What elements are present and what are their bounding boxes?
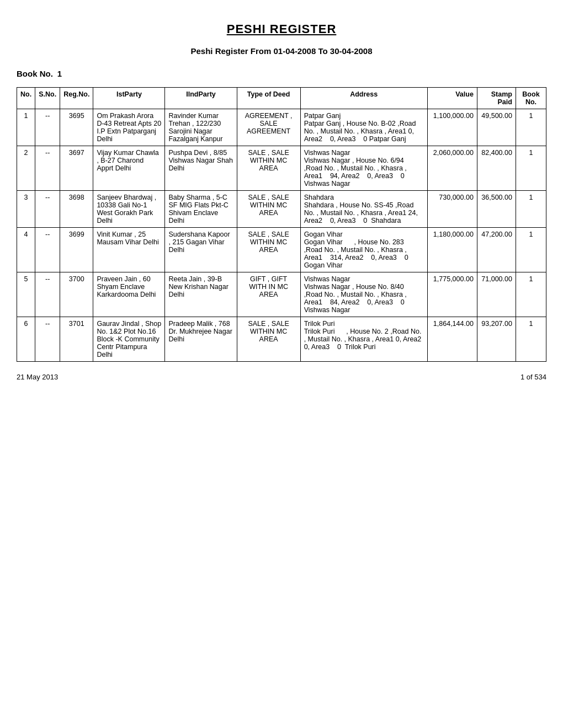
cell-row3-col1: 3 [17,191,35,228]
cell-row4-col1: 4 [17,228,35,272]
header-1st: IstParty [93,88,165,109]
cell-row3-col7: Shahdara Shahdara , House No. SS-45 ,Roa… [300,191,427,228]
cell-row6-col10: 1 [516,317,546,362]
cell-row2-col4: Vijay Kumar Chawla , B-27 Charond Apprt … [93,146,165,191]
cell-row4-col2: -- [35,228,60,272]
cell-row5-col7: Vishwas Nagar Vishwas Nagar , House No. … [300,272,427,317]
cell-row1-col9: 49,500.00 [477,109,516,146]
cell-row1-col3: 3695 [60,109,93,146]
cell-row2-col9: 82,400.00 [477,146,516,191]
table-row: 1--3695Om Prakash Arora D-43 Retreat Apt… [17,109,546,146]
book-no-value: 1 [57,69,62,78]
cell-row1-col2: -- [35,109,60,146]
subtitle: Peshi Register From 01-04-2008 To 30-04-… [17,46,546,56]
cell-row3-col6: SALE , SALE WITHIN MC AREA [237,191,300,228]
cell-row2-col2: -- [35,146,60,191]
book-no-label: Book No. [17,69,53,78]
cell-row6-col8: 1,864,144.00 [427,317,477,362]
header-book: Book No. [516,88,546,109]
header-2nd: IIndParty [165,88,237,109]
table-row: 3--3698Sanjeev Bhardwaj , 10338 Gali No-… [17,191,546,228]
cell-row5-col10: 1 [516,272,546,317]
header-sno: S.No. [35,88,60,109]
table-row: 6--3701Gaurav Jindal , Shop No. 1&2 Plot… [17,317,546,362]
cell-row1-col1: 1 [17,109,35,146]
cell-row3-col9: 36,500.00 [477,191,516,228]
cell-row6-col4: Gaurav Jindal , Shop No. 1&2 Plot No.16 … [93,317,165,362]
cell-row1-col7: Patpar Ganj Patpar Ganj , House No. B-02… [300,109,427,146]
page-title: PESHI REGISTER [17,22,546,36]
cell-row4-col9: 47,200.00 [477,228,516,272]
cell-row6-col5: Pradeep Malik , 768 Dr. Mukhrejee Nagar … [165,317,237,362]
table-row: 4--3699Vinit Kumar , 25 Mausam Vihar Del… [17,228,546,272]
cell-row4-col5: Sudershana Kapoor , 215 Gagan Vihar Delh… [165,228,237,272]
cell-row5-col8: 1,775,000.00 [427,272,477,317]
cell-row1-col10: 1 [516,109,546,146]
cell-row2-col5: Pushpa Devi , 8/85 Vishwas Nagar Shah De… [165,146,237,191]
cell-row6-col1: 6 [17,317,35,362]
table-row: 2--3697Vijay Kumar Chawla , B-27 Charond… [17,146,546,191]
page-info: 1 of 534 [520,373,546,381]
cell-row5-col3: 3700 [60,272,93,317]
table-row: 5--3700Praveen Jain , 60 Shyam Enclave K… [17,272,546,317]
cell-row5-col9: 71,000.00 [477,272,516,317]
header-stamp: Stamp Paid [477,88,516,109]
cell-row3-col3: 3698 [60,191,93,228]
cell-row6-col3: 3701 [60,317,93,362]
cell-row6-col6: SALE , SALE WITHIN MC AREA [237,317,300,362]
cell-row4-col3: 3699 [60,228,93,272]
cell-row5-col2: -- [35,272,60,317]
cell-row2-col3: 3697 [60,146,93,191]
cell-row2-col6: SALE , SALE WITHIN MC AREA [237,146,300,191]
cell-row4-col6: SALE , SALE WITHIN MC AREA [237,228,300,272]
cell-row2-col7: Vishwas Nagar Vishwas Nagar , House No. … [300,146,427,191]
cell-row2-col10: 1 [516,146,546,191]
cell-row6-col9: 93,207.00 [477,317,516,362]
main-table: No. S.No. Reg.No. IstParty IIndParty Typ… [17,87,546,362]
header-type: Type of Deed [237,88,300,109]
cell-row3-col10: 1 [516,191,546,228]
cell-row5-col4: Praveen Jain , 60 Shyam Enclave Karkardo… [93,272,165,317]
cell-row6-col2: -- [35,317,60,362]
header-addr: Address [300,88,427,109]
cell-row2-col1: 2 [17,146,35,191]
cell-row5-col1: 5 [17,272,35,317]
cell-row4-col10: 1 [516,228,546,272]
cell-row2-col8: 2,060,000.00 [427,146,477,191]
cell-row1-col8: 1,100,000.00 [427,109,477,146]
cell-row3-col5: Baby Sharma , 5-C SF MIG Flats Pkt-C Shi… [165,191,237,228]
cell-row6-col7: Trilok Puri Trilok Puri , House No. 2 ,R… [300,317,427,362]
header-value: Value [427,88,477,109]
cell-row5-col5: Reeta Jain , 39-B New Krishan Nagar Delh… [165,272,237,317]
cell-row4-col7: Gogan Vihar Gogan Vihar , House No. 283 … [300,228,427,272]
cell-row4-col8: 1,180,000.00 [427,228,477,272]
header-regno: Reg.No. [60,88,93,109]
cell-row1-col6: AGREEMENT , SALE AGREEMENT [237,109,300,146]
header-no: No. [17,88,35,109]
footer-date: 21 May 2013 [17,373,58,381]
cell-row4-col4: Vinit Kumar , 25 Mausam Vihar Delhi [93,228,165,272]
cell-row1-col5: Ravinder Kumar Trehan , 122/230 Sarojini… [165,109,237,146]
cell-row1-col4: Om Prakash Arora D-43 Retreat Apts 20 I.… [93,109,165,146]
cell-row3-col4: Sanjeev Bhardwaj , 10338 Gali No-1 West … [93,191,165,228]
cell-row5-col6: GIFT , GIFT WITH IN MC AREA [237,272,300,317]
cell-row3-col2: -- [35,191,60,228]
cell-row3-col8: 730,000.00 [427,191,477,228]
